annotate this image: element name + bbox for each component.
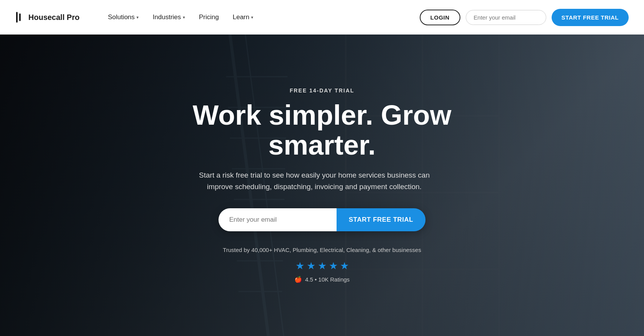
chevron-down-icon: ▾ xyxy=(251,15,253,20)
apple-icon: 🍎 xyxy=(294,276,302,283)
nav-trial-button[interactable]: START FREE TRIAL xyxy=(552,9,629,26)
nav-links: Solutions ▾ Industries ▾ Pricing Learn ▾ xyxy=(102,10,419,24)
nav-industries[interactable]: Industries ▾ xyxy=(147,10,191,24)
svg-rect-16 xyxy=(16,12,18,23)
logo[interactable]: Housecall Pro xyxy=(15,11,79,23)
star-4: ★ xyxy=(329,260,338,272)
nav-solutions[interactable]: Solutions ▾ xyxy=(102,10,144,24)
nav-right: LOGIN START FREE TRIAL xyxy=(420,9,629,26)
nav-pricing[interactable]: Pricing xyxy=(194,10,224,24)
hero-subtitle: Start a risk free trial to see how easil… xyxy=(192,170,437,193)
logo-text: Housecall Pro xyxy=(28,13,79,22)
hero-email-input[interactable] xyxy=(219,208,337,231)
hero-rating-text: 4.5 • 10K Ratings xyxy=(305,276,350,283)
star-3: ★ xyxy=(318,260,327,272)
hero-trial-button[interactable]: START FREE TRIAL xyxy=(337,208,426,231)
nav-learn[interactable]: Learn ▾ xyxy=(227,10,259,24)
chevron-down-icon: ▾ xyxy=(136,15,139,20)
hero-stars: ★ ★ ★ ★ ★ xyxy=(192,260,452,272)
hero-badge: FREE 14-DAY TRIAL xyxy=(192,87,452,94)
nav-email-input[interactable] xyxy=(466,10,546,25)
svg-rect-17 xyxy=(19,13,21,21)
chevron-down-icon: ▾ xyxy=(183,15,185,20)
star-2: ★ xyxy=(307,260,315,272)
hero-title: Work simpler. Grow smarter. xyxy=(192,100,452,160)
hero-trust-text: Trusted by 40,000+ HVAC, Plumbing, Elect… xyxy=(192,247,452,253)
hero-cta-group: START FREE TRIAL xyxy=(219,208,426,231)
star-1: ★ xyxy=(296,260,304,272)
hero-content: FREE 14-DAY TRIAL Work simpler. Grow sma… xyxy=(176,87,468,283)
hero-rating: 🍎 4.5 • 10K Ratings xyxy=(192,276,452,283)
login-button[interactable]: LOGIN xyxy=(420,10,460,25)
hero-section: FREE 14-DAY TRIAL Work simpler. Grow sma… xyxy=(0,0,644,336)
logo-icon xyxy=(15,11,25,23)
star-5: ★ xyxy=(340,260,349,272)
navbar: Housecall Pro Solutions ▾ Industries ▾ P… xyxy=(0,0,644,35)
